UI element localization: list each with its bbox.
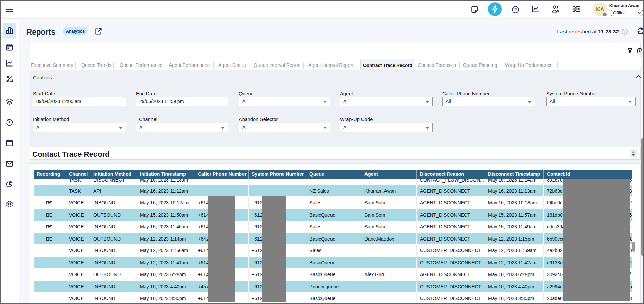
- svg-text:?: ?: [514, 7, 517, 12]
- svg-text:i: i: [624, 30, 625, 34]
